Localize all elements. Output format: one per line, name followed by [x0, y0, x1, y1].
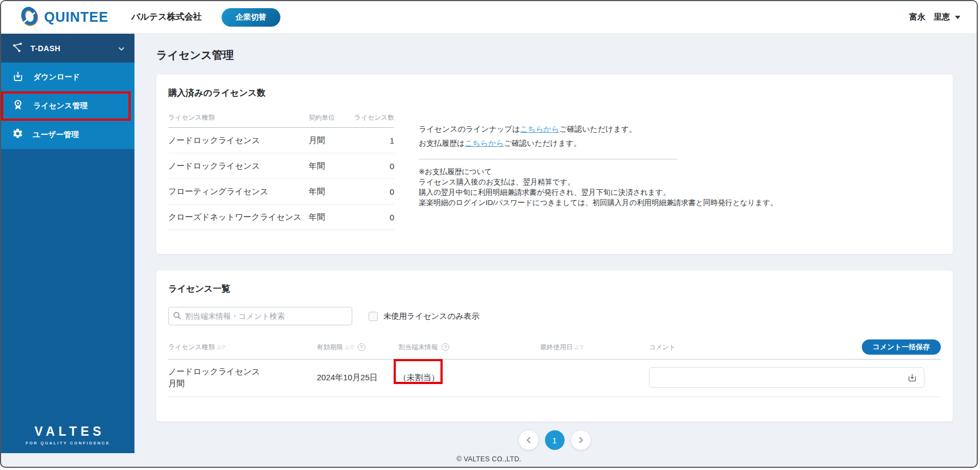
quintee-logo: QUINTEE — [20, 5, 108, 29]
footer-copyright: © VALTES CO.,LTD. — [1, 455, 977, 463]
unused-filter[interactable]: 未使用ライセンスのみ表示 — [369, 311, 479, 321]
contract-unit-cell: 年間 — [309, 212, 350, 222]
sort-asc-icon[interactable]: △ — [217, 345, 220, 350]
note-line: 楽楽明細のログインID/パスワードにつきましては、初回購入月の利用明細兼請求書と… — [419, 197, 777, 208]
contract-unit-cell: 年間 — [309, 187, 350, 197]
sidebar-item-license-management[interactable]: ライセンス管理 — [1, 91, 134, 120]
license-info-block: ライセンスのラインナップはこちらからご確認いただけます。 お支払履歴はこちらから… — [419, 113, 777, 230]
license-count-cell: 0 — [350, 162, 394, 171]
table-row: ノードロックライセンス 年間 0 — [168, 153, 394, 179]
license-type-cell: ノードロックライセンス — [168, 135, 309, 146]
table-row: フローティングライセンス 年間 0 — [168, 179, 394, 205]
license-type-cell: ノードロックライセンス 月間 — [168, 366, 317, 389]
switch-company-button[interactable]: 企業切替 — [222, 8, 280, 27]
column-header-expiry[interactable]: 有効期限 △ ▽ ? — [317, 343, 399, 352]
note-line: 購入の翌月中旬に利用明細兼請求書が発行され、翌月下旬に決済されます。 — [419, 187, 777, 197]
payment-info-pre: お支払履歴は — [419, 139, 465, 147]
unused-filter-checkbox[interactable] — [369, 312, 378, 321]
valtes-logo-name: VALTES — [1, 424, 134, 439]
column-header-assigned-device[interactable]: 割当端末情報 ? — [399, 343, 540, 352]
valtes-logo: VALTES FOR QUALITY CONFIDENCE — [1, 424, 134, 446]
column-label: 有効期限 — [317, 343, 343, 352]
sort-desc-icon[interactable]: ▽ — [222, 345, 225, 350]
caret-down-icon — [955, 16, 960, 19]
sidebar-item-label: ダウンロード — [33, 72, 80, 82]
payment-history-link[interactable]: こちらから — [465, 139, 504, 147]
help-icon[interactable]: ? — [358, 343, 365, 351]
sort-asc-icon[interactable]: △ — [345, 345, 349, 350]
column-header-license-type: ライセンス種類 — [168, 113, 309, 122]
payment-note: ※お支払履歴について ライセンス購入後のお支払は、翌月精算です。 購入の翌月中旬… — [419, 166, 777, 208]
next-page-button[interactable] — [571, 430, 591, 450]
app-window: QUINTEE バルテス株式会社 企業切替 富永 里恵 T-DASH — [0, 0, 978, 468]
table-row: クローズドネットワークライセンス 年間 0 — [168, 205, 394, 230]
help-icon[interactable]: ? — [442, 343, 449, 351]
table-header-row: ライセンス種類 契約単位 ライセンス数 — [168, 113, 394, 128]
previous-page-button[interactable] — [519, 430, 538, 450]
quintee-logo-icon — [20, 5, 39, 29]
main-content: ライセンス管理 購入済みのライセンス数 ライセンス種類 契約単位 ライセンス数 … — [134, 34, 977, 467]
license-list-card: ライセンス一覧 未使用ライセンスのみ表示 — [156, 270, 953, 422]
contract-unit-cell: 月間 — [309, 135, 350, 146]
sidebar-item-label: ユーザー管理 — [33, 130, 79, 140]
license-type-cell: クローズドネットワークライセンス — [168, 212, 309, 222]
lineup-info-line: ライセンスのラインナップはこちらからご確認いただけます。 — [419, 122, 777, 136]
purchased-licenses-title: 購入済みのライセンス数 — [168, 88, 941, 99]
sort-desc-icon[interactable]: ▽ — [580, 345, 584, 350]
license-table-header: ライセンス種類 △ ▽ 有効期限 △ ▽ ? 割当端末情報 ? 最終使用日 △ — [168, 339, 941, 360]
search-box — [168, 307, 352, 325]
note-line: ライセンス購入後のお支払は、翌月精算です。 — [419, 177, 777, 187]
pagination: 1 — [156, 430, 953, 450]
current-page-button[interactable]: 1 — [545, 430, 565, 450]
lineup-info-pre: ライセンスのラインナップは — [419, 125, 520, 133]
license-type-cell: フローティングライセンス — [168, 187, 309, 197]
column-header-comment: コメント コメント一括保存 — [649, 339, 941, 355]
column-header-last-used[interactable]: 最終使用日 △ ▽ — [540, 343, 649, 352]
license-list-controls: 未使用ライセンスのみ表示 — [168, 307, 941, 325]
column-label: 割当端末情報 — [399, 343, 438, 352]
download-icon — [12, 70, 24, 84]
sidebar-item-user-management[interactable]: ユーザー管理 — [1, 120, 134, 149]
license-count-cell: 0 — [350, 213, 394, 222]
lineup-info-post: ご確認いただけます。 — [559, 125, 636, 133]
column-header-contract-unit: 契約単位 — [309, 113, 350, 122]
sort-asc-icon[interactable]: △ — [575, 345, 579, 350]
sort-desc-icon[interactable]: ▽ — [350, 345, 354, 350]
sidebar-item-download[interactable]: ダウンロード — [1, 63, 134, 91]
chevron-down-icon — [118, 44, 125, 53]
user-menu[interactable]: 富永 里恵 — [909, 12, 960, 22]
column-label: コメント — [649, 343, 676, 352]
column-label: ライセンス種類 — [168, 343, 215, 352]
license-type-name: ノードロックライセンス — [168, 366, 317, 378]
divider — [419, 159, 677, 159]
medal-icon — [12, 99, 24, 113]
expiry-cell: 2024年10月25日 — [317, 373, 399, 383]
column-label: 最終使用日 — [540, 343, 573, 352]
sidebar: T-DASH ダウンロード — [1, 34, 134, 453]
column-header-license-type[interactable]: ライセンス種類 △ ▽ — [168, 343, 317, 352]
logo-wordmark: QUINTEE — [44, 9, 108, 25]
comment-input[interactable] — [649, 367, 924, 388]
column-header-license-count: ライセンス数 — [350, 113, 394, 122]
save-all-comments-button[interactable]: コメント一括保存 — [862, 339, 941, 355]
sidebar-item-label: ライセンス管理 — [33, 101, 88, 111]
comment-cell — [649, 367, 941, 388]
payment-info-post: ご確認いただけます。 — [504, 139, 581, 147]
gear-icon — [12, 128, 23, 141]
company-name: バルテス株式会社 — [131, 11, 202, 23]
save-comment-button[interactable] — [905, 370, 919, 385]
page-title: ライセンス管理 — [156, 48, 953, 63]
search-icon — [173, 311, 182, 323]
license-count-cell: 0 — [350, 187, 394, 196]
valtes-logo-tagline: FOR QUALITY CONFIDENCE — [1, 441, 134, 446]
search-input[interactable] — [168, 307, 352, 325]
lineup-link[interactable]: こちらから — [520, 125, 559, 133]
sidebar-group-label: T-DASH — [30, 44, 60, 53]
topbar: QUINTEE バルテス株式会社 企業切替 富永 里恵 — [1, 1, 977, 34]
note-line: ※お支払履歴について — [419, 166, 777, 177]
contract-unit-cell: 年間 — [309, 161, 350, 171]
license-count-cell: 1 — [350, 136, 394, 145]
unused-filter-label: 未使用ライセンスのみ表示 — [383, 311, 479, 321]
license-table-row: ノードロックライセンス 月間 2024年10月25日 （未割当） — [168, 360, 941, 397]
sidebar-group-t-dash[interactable]: T-DASH — [1, 34, 134, 63]
